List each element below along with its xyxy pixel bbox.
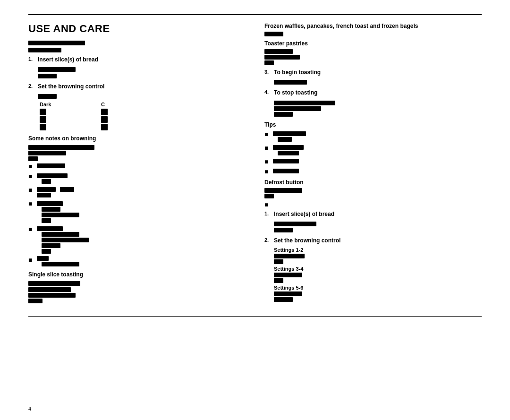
bullet-content — [37, 225, 89, 254]
settings-5-6: Settings 5-6 — [274, 285, 482, 302]
tip-item: ■ — [264, 158, 482, 165]
step-4-header: 4. To stop toasting — [264, 89, 482, 97]
step-title: To stop toasting — [274, 89, 317, 96]
bullet-icon: ■ — [28, 200, 35, 223]
bullet-icon: ■ — [28, 163, 35, 170]
bullet-content — [37, 200, 79, 223]
bullet-icon: ■ — [28, 256, 35, 266]
toaster-pastries-title: Toaster pastries — [264, 40, 482, 47]
redacted-text — [28, 48, 61, 52]
page: USE AND CARE 1. Insert slice(s) of bread — [0, 0, 510, 420]
tip-item: ■ — [264, 144, 482, 155]
table-col2-header: C — [101, 102, 139, 107]
step-title: To begin toasting — [274, 69, 321, 76]
step-num: 4. — [264, 89, 272, 97]
tip-content — [273, 130, 306, 142]
bottom-border — [28, 316, 482, 317]
step-3: 3. To begin toasting — [264, 69, 482, 85]
content-grid: USE AND CARE 1. Insert slice(s) of bread — [28, 23, 482, 307]
table-row — [40, 108, 96, 115]
defrost-step-1-header: 1. Insert slice(s) of bread — [264, 211, 482, 219]
bullet-item: ■ — [28, 200, 246, 223]
page-number: 4 — [28, 406, 31, 411]
settings-label: Settings 5-6 — [274, 285, 482, 291]
left-column: USE AND CARE 1. Insert slice(s) of bread — [28, 23, 246, 307]
step-2-content — [38, 93, 246, 99]
tip-content — [273, 168, 299, 175]
settings-label: Settings 3-4 — [274, 266, 482, 272]
browning-notes: Some notes on browning ■ ■ — [28, 135, 246, 267]
bullet-item: ■ — [28, 256, 246, 266]
step-num: 2. — [28, 83, 36, 91]
table-col1-header: Dark — [40, 102, 96, 107]
bullet-content — [37, 163, 65, 170]
frozen-title: Frozen waffles, pancakes, french toast a… — [264, 23, 482, 29]
redacted-text — [28, 41, 85, 45]
bullet-content — [37, 256, 79, 266]
step-num: 2. — [264, 237, 272, 245]
table-row — [101, 124, 139, 130]
notes-intro — [28, 144, 246, 161]
step-num: 3. — [264, 69, 272, 77]
intro-text — [28, 40, 246, 52]
section-title: USE AND CARE — [28, 23, 246, 35]
settings-label: Settings 1-2 — [274, 247, 482, 253]
table-row — [101, 108, 139, 115]
settings-3-4: Settings 3-4 — [274, 266, 482, 283]
step-3-header: 3. To begin toasting — [264, 69, 482, 77]
step-title: Insert slice(s) of bread — [274, 211, 334, 217]
table-row — [40, 116, 96, 123]
step-4-content — [274, 99, 482, 116]
single-slice-title: Single slice toasting — [28, 271, 246, 278]
bullet-icon: ■ — [28, 172, 35, 184]
defrost-step-1: 1. Insert slice(s) of bread — [264, 211, 482, 232]
tip-content — [273, 158, 299, 165]
defrost-checkbox-line: ■ — [264, 201, 482, 208]
step-1-header: 1. Insert slice(s) of bread — [28, 56, 246, 64]
bullet-content — [37, 186, 74, 197]
intro-line-1 — [28, 40, 246, 45]
defrost-intro — [264, 187, 482, 198]
right-column: Frozen waffles, pancakes, french toast a… — [264, 23, 482, 307]
bullet-item: ■ — [28, 186, 246, 197]
single-slice-content — [28, 280, 246, 303]
bullet-icon: ■ — [28, 225, 35, 254]
bullet-icon: ■ — [264, 144, 271, 155]
step-3-content — [274, 79, 482, 85]
settings-1-2: Settings 1-2 — [274, 247, 482, 264]
step-1-content — [38, 66, 246, 78]
defrost-step-1-content — [274, 221, 482, 232]
bullet-item: ■ — [28, 225, 246, 254]
tip-item: ■ — [264, 168, 482, 175]
bullet-icon: ■ — [264, 130, 271, 142]
step-title: Insert slice(s) of bread — [38, 56, 98, 63]
bullet-icon: ■ — [264, 158, 271, 165]
top-border — [28, 14, 482, 15]
table-row — [40, 124, 96, 130]
sub-line — [38, 93, 246, 99]
bullet-item: ■ — [28, 172, 246, 184]
intro-line-2 — [28, 47, 246, 52]
step-2: 2. Set the browning control Dark C — [28, 83, 246, 130]
step-1: 1. Insert slice(s) of bread — [28, 56, 246, 78]
browning-table: Dark C — [40, 102, 246, 130]
sub-line — [38, 66, 246, 72]
step-title: Set the browning control — [274, 237, 340, 244]
bullet-icon: ■ — [264, 168, 271, 175]
step-4: 4. To stop toasting — [264, 89, 482, 116]
bullet-item: ■ — [28, 163, 246, 170]
table-row — [101, 116, 139, 123]
toaster-pastries-section: Toaster pastries — [264, 40, 482, 65]
tip-item: ■ — [264, 130, 482, 142]
checkbox-icon: ■ — [264, 201, 268, 208]
tips-section: Tips ■ ■ ■ — [264, 121, 482, 175]
defrost-step-2: 2. Set the browning control Settings 1-2… — [264, 237, 482, 302]
tips-title: Tips — [264, 121, 482, 128]
frozen-section: Frozen waffles, pancakes, french toast a… — [264, 23, 482, 36]
defrost-title: Defrost button — [264, 179, 482, 186]
tip-content — [273, 144, 304, 155]
step-num: 1. — [28, 56, 36, 64]
defrost-section: Defrost button ■ 1. Insert slice(s) of b… — [264, 179, 482, 302]
step-2-header: 2. Set the browning control — [28, 83, 246, 91]
step-num: 1. — [264, 211, 272, 219]
